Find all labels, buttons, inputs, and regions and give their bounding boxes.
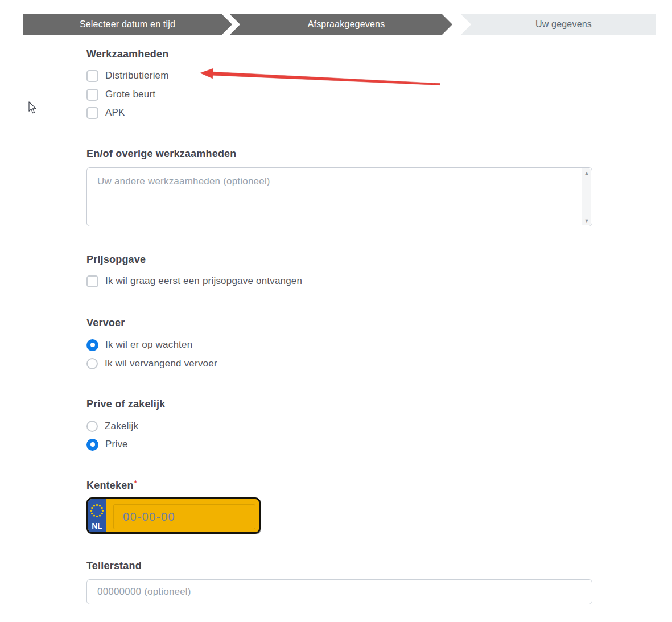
apk-label[interactable]: APK — [105, 107, 125, 118]
eu-nl-badge: NL — [88, 499, 106, 532]
checkbox-row-prijsopgave[interactable]: Ik wil graag eerst een prijsopgave ontva… — [86, 274, 302, 288]
wachten-radio[interactable] — [86, 339, 98, 351]
textarea-scrollbar[interactable]: ▲ ▼ — [582, 168, 591, 225]
werkzaamheden-heading: Werkzaamheden — [86, 48, 168, 60]
required-asterisk: * — [134, 479, 137, 487]
overige-werkzaamheden-heading: En/of overige werkzaamheden — [86, 148, 236, 160]
mouse-cursor-icon — [28, 101, 39, 115]
checkbox-row-apk[interactable]: APK — [86, 106, 125, 120]
prijsopgave-label[interactable]: Ik wil graag eerst een prijsopgave ontva… — [105, 275, 302, 287]
kenteken-heading: Kenteken* — [86, 479, 137, 492]
apk-checkbox[interactable] — [86, 107, 98, 119]
vervoer-heading: Vervoer — [86, 317, 125, 329]
radio-row-vervangend-vervoer[interactable]: Ik wil vervangend vervoer — [86, 357, 217, 370]
grote-beurt-checkbox[interactable] — [86, 89, 98, 101]
wachten-label[interactable]: Ik wil er op wachten — [105, 339, 192, 351]
vervangend-vervoer-label[interactable]: Ik wil vervangend vervoer — [105, 358, 217, 369]
distributieriem-checkbox[interactable] — [86, 70, 98, 82]
zakelijk-label[interactable]: Zakelijk — [105, 421, 138, 432]
grote-beurt-label[interactable]: Grote beurt — [105, 89, 155, 100]
radio-row-zakelijk[interactable]: Zakelijk — [86, 419, 138, 433]
distributieriem-label[interactable]: Distributieriem — [105, 70, 169, 81]
step-selecteer-datum-en-tijd[interactable]: Selecteer datum en tijd — [23, 14, 232, 35]
prijsopgave-checkbox[interactable] — [86, 275, 98, 287]
prive-radio[interactable] — [86, 439, 98, 451]
zakelijk-radio[interactable] — [86, 421, 98, 432]
kenteken-value-field[interactable]: 00-00-00 — [113, 504, 255, 529]
checkbox-row-distributieriem[interactable]: Distributieriem — [86, 69, 169, 83]
appointment-form-page: Selecteer datum en tijd Afspraakgegevens… — [0, 0, 672, 622]
scroll-down-icon[interactable]: ▼ — [584, 218, 589, 224]
kenteken-plate-input[interactable]: NL 00-00-00 — [86, 497, 261, 534]
prijsopgave-heading: Prijsopgave — [86, 254, 146, 266]
prive-of-zakelijk-heading: Prive of zakelijk — [86, 398, 165, 410]
wizard-stepper: Selecteer datum en tijd Afspraakgegevens… — [23, 14, 656, 35]
radio-row-prive[interactable]: Prive — [86, 438, 128, 451]
tellerstand-heading: Tellerstand — [86, 560, 142, 572]
checkbox-row-grote-beurt[interactable]: Grote beurt — [86, 88, 155, 101]
radio-row-wachten[interactable]: Ik wil er op wachten — [86, 338, 192, 352]
eu-stars-icon: NL — [88, 499, 106, 532]
svg-text:NL: NL — [92, 521, 102, 530]
tellerstand-input[interactable]: 00000000 (optioneel) — [86, 579, 592, 604]
step-afspraakgegevens[interactable]: Afspraakgegevens — [240, 14, 452, 35]
overige-werkzaamheden-placeholder: Uw andere werkzaamheden (optioneel) — [97, 176, 270, 187]
vervangend-vervoer-radio[interactable] — [86, 358, 98, 369]
prive-label[interactable]: Prive — [105, 439, 128, 450]
overige-werkzaamheden-textarea[interactable]: Uw andere werkzaamheden (optioneel) ▲ ▼ — [86, 167, 592, 226]
step-uw-gegevens[interactable]: Uw gegevens — [471, 14, 656, 35]
scroll-up-icon[interactable]: ▲ — [584, 170, 589, 176]
